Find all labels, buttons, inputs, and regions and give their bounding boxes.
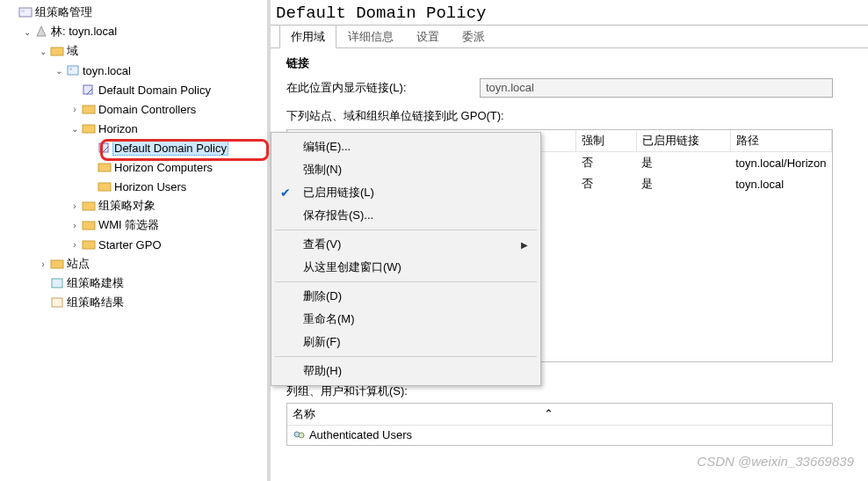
tree-dc-label: Domain Controllers xyxy=(97,103,198,116)
col-forced[interactable]: 强制 xyxy=(576,130,636,152)
tree-domain[interactable]: ⌄ toyn.local xyxy=(53,61,267,80)
tree-horizon-users-label: Horizon Users xyxy=(112,180,188,193)
svg-rect-15 xyxy=(51,260,63,268)
tree-horizon-ddp-label: Default Domain Policy xyxy=(112,141,228,156)
tree-root[interactable]: 组策略管理 xyxy=(5,3,267,22)
security-filter-value: Authenticated Users xyxy=(309,428,412,441)
menu-help[interactable]: 帮助(H) xyxy=(271,360,540,383)
tree-pane: 组策略管理 ⌄ 林: toyn.local xyxy=(0,0,271,481)
menu-new-window[interactable]: 从这里创建窗口(W) xyxy=(271,256,540,279)
tree-modeling-label: 组策略建模 xyxy=(65,275,126,291)
forest-icon xyxy=(33,25,49,39)
svg-rect-12 xyxy=(83,202,95,210)
tree-root-label: 组策略管理 xyxy=(33,4,94,20)
svg-rect-1 xyxy=(21,10,25,12)
menu-rename[interactable]: 重命名(M) xyxy=(271,308,540,331)
tree-horizon-computers-label: Horizon Computers xyxy=(112,161,214,174)
linked-to-label: 下列站点、域和组织单位链接到此 GPO(T): xyxy=(286,105,859,124)
tree-gpo-objects[interactable]: › 组策略对象 xyxy=(69,196,267,215)
col-enabled[interactable]: 已启用链接 xyxy=(636,130,730,152)
menu-link-enabled[interactable]: ✔ 已启用链接(L) xyxy=(271,181,540,204)
ou-icon xyxy=(81,122,97,135)
tree-results-label: 组策略结果 xyxy=(65,295,126,310)
tree-gpo-objects-label: 组策略对象 xyxy=(97,198,157,214)
chevron-right-icon[interactable]: › xyxy=(69,221,81,230)
tree-horizon-computers[interactable]: Horizon Computers xyxy=(84,157,267,177)
tab-settings[interactable]: 设置 xyxy=(405,25,451,47)
tree-domains[interactable]: ⌄ 域 xyxy=(37,41,267,61)
menu-view[interactable]: 查看(V) ▶ xyxy=(271,233,540,256)
tree-domain-label: toyn.local xyxy=(81,64,133,77)
folder-icon xyxy=(81,238,97,251)
tree-sites-label: 站点 xyxy=(65,256,91,272)
menu-delete[interactable]: 删除(D) xyxy=(271,285,540,308)
svg-rect-17 xyxy=(52,298,62,307)
ou-icon xyxy=(97,161,112,173)
svg-rect-10 xyxy=(98,164,111,171)
chevron-right-icon[interactable]: › xyxy=(69,201,81,211)
chevron-right-icon[interactable]: › xyxy=(69,105,81,114)
tree-sites[interactable]: › 站点 xyxy=(37,254,267,273)
ou-icon xyxy=(81,103,97,115)
tree-horizon-ddp[interactable]: Default Domain Policy xyxy=(84,138,267,157)
tree-results[interactable]: 组策略结果 xyxy=(37,293,267,312)
tree-wmi[interactable]: › WMI 筛选器 xyxy=(69,215,267,235)
svg-rect-5 xyxy=(69,68,72,70)
tab-delegation[interactable]: 委派 xyxy=(451,25,496,47)
tree-horizon-users[interactable]: Horizon Users xyxy=(84,177,267,196)
users-icon xyxy=(293,430,307,442)
folder-icon xyxy=(81,200,97,212)
tree-starter-gpo-label: Starter GPO xyxy=(97,238,163,251)
show-links-dropdown[interactable]: toyn.local xyxy=(480,78,833,98)
menu-edit[interactable]: 编辑(E)... xyxy=(271,135,540,158)
svg-rect-13 xyxy=(83,222,95,230)
chevron-down-icon[interactable]: ⌄ xyxy=(69,124,81,134)
folder-icon xyxy=(49,258,65,270)
chevron-right-icon[interactable]: › xyxy=(69,240,81,250)
gpo-link-icon xyxy=(81,84,97,96)
check-icon: ✔ xyxy=(280,186,291,200)
tree-forest-label: 林: toyn.local xyxy=(49,24,119,40)
tree-modeling[interactable]: 组策略建模 xyxy=(37,273,267,293)
folder-icon xyxy=(49,45,65,57)
menu-separator xyxy=(275,356,537,357)
tree-horizon[interactable]: ⌄ Horizon xyxy=(69,119,267,138)
menu-save-report[interactable]: 保存报告(S)... xyxy=(271,204,540,227)
svg-rect-8 xyxy=(83,125,95,133)
tree-forest[interactable]: ⌄ 林: toyn.local xyxy=(21,22,267,41)
tab-scope[interactable]: 作用域 xyxy=(279,25,336,48)
menu-refresh[interactable]: 刷新(F) xyxy=(271,331,540,353)
tree-dc[interactable]: › Domain Controllers xyxy=(69,99,267,119)
svg-rect-7 xyxy=(83,106,95,113)
modeling-icon xyxy=(49,277,65,289)
security-filter-grid[interactable]: 名称⌃ Authenticated Users xyxy=(286,403,833,446)
folder-icon xyxy=(81,219,97,231)
tree-ddp-label: Default Domain Policy xyxy=(97,84,213,97)
chevron-down-icon[interactable]: ⌄ xyxy=(37,47,49,56)
context-menu: 编辑(E)... 强制(N) ✔ 已启用链接(L) 保存报告(S)... 查看(… xyxy=(271,132,541,386)
menu-force[interactable]: 强制(N) xyxy=(271,158,540,181)
svg-rect-3 xyxy=(51,47,63,55)
links-heading: 链接 xyxy=(286,55,859,71)
show-links-label: 在此位置内显示链接(L): xyxy=(286,80,480,96)
col-path[interactable]: 路径 xyxy=(730,130,831,152)
svg-rect-16 xyxy=(52,279,62,288)
chevron-right-icon[interactable]: › xyxy=(37,259,49,269)
svg-point-19 xyxy=(299,433,304,438)
chevron-down-icon[interactable]: ⌄ xyxy=(21,27,33,37)
tree-starter-gpo[interactable]: › Starter GPO xyxy=(69,235,267,254)
table-row[interactable]: Authenticated Users xyxy=(287,426,832,445)
domain-icon xyxy=(65,64,81,77)
svg-rect-14 xyxy=(83,241,95,249)
menu-separator xyxy=(275,230,537,230)
gpm-icon xyxy=(18,5,33,19)
svg-rect-4 xyxy=(68,66,78,75)
ou-icon xyxy=(97,180,112,193)
tab-details[interactable]: 详细信息 xyxy=(336,25,405,47)
tree-wmi-label: WMI 筛选器 xyxy=(97,217,161,233)
col-name[interactable]: 名称⌃ xyxy=(287,404,832,426)
results-icon xyxy=(49,296,65,309)
tree-ddp[interactable]: Default Domain Policy xyxy=(69,80,267,99)
svg-marker-2 xyxy=(37,26,46,36)
chevron-down-icon[interactable]: ⌄ xyxy=(53,66,65,76)
